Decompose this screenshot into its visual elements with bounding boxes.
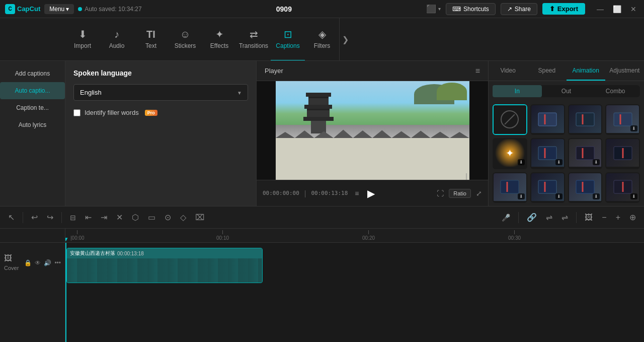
export-button[interactable]: ⬆ Export <box>542 3 585 15</box>
mic-button[interactable]: 🎤 <box>499 212 513 224</box>
toolbar-item-captions[interactable]: ⊡ Captions <box>271 18 305 61</box>
svg-rect-8 <box>576 147 594 160</box>
caption-template-button[interactable]: Caption te... <box>0 99 65 116</box>
tab-adjustment[interactable]: Adjustment <box>605 61 644 81</box>
anim-zoom1[interactable]: Zoom 1 <box>530 104 565 135</box>
time-current: 00:00:00:00 <box>263 190 299 196</box>
redo-button[interactable]: ↪ <box>44 211 56 224</box>
project-name: 0909 <box>276 5 292 13</box>
toolbar-item-transitions[interactable]: ⇄ Transitions <box>236 18 271 61</box>
menu-button[interactable]: Menu ▾ <box>44 4 74 14</box>
download-badge-swingR: ⬇ <box>555 193 562 199</box>
toolbar-item-text[interactable]: TI Text <box>134 18 168 61</box>
toolbar-item-filters[interactable]: ◈ Filters <box>305 18 339 61</box>
logo-icon: C <box>5 4 15 14</box>
subtab-out[interactable]: Out <box>542 85 591 97</box>
captions-label: Captions <box>276 42 299 49</box>
anim-zoomO-label: Zoom Out <box>494 201 526 203</box>
anim-slideL[interactable]: Slide Left <box>605 138 640 169</box>
subtab-in[interactable]: In <box>493 85 542 97</box>
anim-slideU[interactable]: ⬇ Slide Up <box>605 172 640 203</box>
lock-icon[interactable]: 🔒 <box>24 259 32 266</box>
sep1 <box>23 212 23 223</box>
playhead[interactable] <box>65 243 66 342</box>
fullscreen-fit-icon[interactable]: ⛶ <box>437 189 444 197</box>
ruler-tick-0 <box>77 230 77 234</box>
rotate-button[interactable]: ⊙ <box>162 211 174 224</box>
anim-zoomIn-thumb: ⬇ <box>569 173 602 201</box>
video-clip[interactable]: 安徽黄山西递古村落 00:00:13:18 <box>66 248 263 283</box>
toolbar-more-button[interactable]: ❯ <box>339 18 351 61</box>
walls <box>276 138 469 180</box>
toolbar-item-effects[interactable]: ✦ Effects <box>202 18 236 61</box>
cursor-tool[interactable]: ↖ <box>5 211 18 224</box>
play-icon: ▶ <box>367 187 375 199</box>
tab-speed[interactable]: Speed <box>527 61 566 81</box>
maximize-button[interactable]: ⬜ <box>610 4 624 14</box>
split-button[interactable]: ⊟ <box>67 212 79 224</box>
crop-button[interactable]: ⬡ <box>129 211 142 224</box>
audio-track-icon[interactable]: 🔊 <box>44 259 51 266</box>
language-select[interactable]: English <box>73 84 248 101</box>
slidel-svg <box>613 146 633 161</box>
anim-fadeIn-label: Fade In <box>569 133 602 135</box>
zoom-out-tl[interactable]: − <box>599 211 609 224</box>
close-button[interactable]: ✕ <box>628 4 639 14</box>
anim-rock[interactable]: ⬇ Rock ...cally <box>568 138 603 169</box>
anim-fadeIn[interactable]: Fade In <box>568 104 603 135</box>
zoom-in-tl[interactable]: + <box>613 211 623 224</box>
link-button[interactable]: 🔗 <box>524 211 540 224</box>
add-captions-button[interactable]: Add captions <box>0 65 65 82</box>
shortcuts-button[interactable]: ⌨ Shortcuts <box>446 3 496 15</box>
anim-slideR[interactable]: ⬇ Slide Right <box>530 138 565 169</box>
sync-button[interactable]: ⇌ <box>558 211 571 224</box>
timeline-tracks: 安徽黄山西递古村落 00:00:13:18 <box>65 243 644 342</box>
cover-text: Cover <box>4 265 19 271</box>
fit-button[interactable]: ▭ <box>145 211 158 224</box>
thumbnail-button[interactable]: 🖼 <box>582 211 596 224</box>
auto-lyrics-button[interactable]: Auto lyrics <box>0 116 65 133</box>
topbar-right: ⬛ ▾ ⌨ Shortcuts ↗ Share ⬆ Export — ⬜ ✕ <box>426 3 639 15</box>
ratio-button[interactable]: Ratio <box>449 189 471 198</box>
toolbar-item-audio[interactable]: ♪ Audio <box>100 18 134 61</box>
fadein-svg <box>575 112 595 127</box>
tab-animation[interactable]: Animation <box>567 61 605 81</box>
anim-swingR[interactable]: ⬇ Swing Right <box>530 172 565 203</box>
more-track-icon[interactable]: ••• <box>54 259 61 266</box>
player-menu-icon[interactable]: ≡ <box>475 66 480 76</box>
align-right[interactable]: ⇥ <box>98 211 110 224</box>
anim-zoomO[interactable]: ⬇ Zoom Out <box>493 172 527 203</box>
link2-button[interactable]: ⇌ <box>543 211 555 224</box>
anim-none[interactable]: None <box>493 104 527 135</box>
transitions-icon: ⇄ <box>250 28 258 40</box>
subtab-combo[interactable]: Combo <box>591 85 640 97</box>
toolbar-item-import[interactable]: ⬇ Import <box>65 18 100 61</box>
anim-zoomIn[interactable]: ⬇ Zoom In <box>568 172 603 203</box>
freeze-button[interactable]: ⌧ <box>192 211 207 224</box>
clip-header: 安徽黄山西递古村落 00:00:13:18 <box>67 248 262 258</box>
share-button[interactable]: ↗ Share <box>501 3 537 15</box>
anim-zoom2[interactable]: ⬇ Zoom 2 <box>605 104 640 135</box>
add-track-button[interactable]: ⊕ <box>626 211 639 224</box>
expand-icon[interactable]: ⤢ <box>476 189 482 197</box>
mirror-button[interactable]: ◇ <box>177 211 189 224</box>
swingr-svg <box>537 179 557 194</box>
zoom1-svg <box>537 112 557 127</box>
timeline-right-controls: 🎤 🔗 ⇌ ⇌ 🖼 − + ⊕ <box>499 211 639 224</box>
list-icon[interactable]: ≡ <box>355 189 359 197</box>
anim-slideR-thumb: ⬇ <box>531 139 564 167</box>
identify-filler-label: Identify filler words <box>85 109 139 116</box>
play-button[interactable]: ▶ <box>364 186 378 200</box>
tab-video[interactable]: Video <box>489 61 527 81</box>
visibility-icon[interactable]: 👁 <box>35 259 41 266</box>
delete-button[interactable]: ✕ <box>113 211 126 224</box>
auto-captions-button[interactable]: Auto captio... <box>0 82 65 99</box>
toolbar-item-stickers[interactable]: ☺ Stickers <box>168 18 202 61</box>
undo-button[interactable]: ↩ <box>28 211 41 224</box>
topbar-left: C CapCut Menu ▾ Auto saved: 10:34:27 <box>5 4 142 14</box>
anim-kira[interactable]: ✦ ⬇ Kira Magic <box>493 138 527 169</box>
identify-filler-checkbox[interactable] <box>73 109 80 116</box>
download-badge-rock: ⬇ <box>593 159 600 165</box>
minimize-button[interactable]: — <box>594 4 606 14</box>
align-left[interactable]: ⇤ <box>82 211 95 224</box>
